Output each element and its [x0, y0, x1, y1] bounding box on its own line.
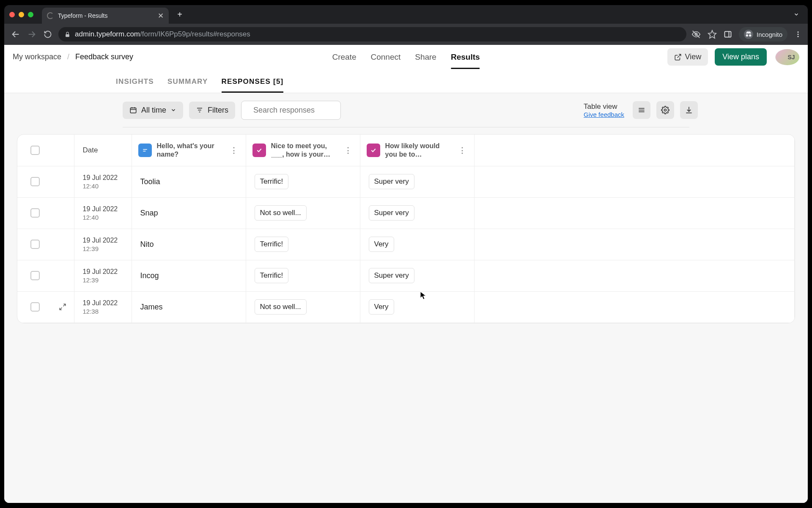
browser-tab[interactable]: Typeform - Results ✕: [42, 8, 169, 24]
cell-name: James: [132, 291, 246, 323]
column-menu-icon[interactable]: ⋮: [457, 146, 468, 155]
row-checkbox[interactable]: [30, 240, 40, 249]
cell-q3: Super very: [360, 197, 474, 229]
appbar-actions: View View plans SJ: [667, 48, 799, 66]
responses-toolbar: All time Filters Table view: [4, 93, 808, 127]
search-responses[interactable]: [241, 101, 341, 120]
tab-close-icon[interactable]: ✕: [158, 11, 164, 20]
timerange-label: All time: [141, 106, 166, 115]
main-nav: Create Connect Share Results: [332, 45, 480, 69]
row-checkbox[interactable]: [30, 208, 40, 218]
give-feedback-link[interactable]: Give feedback: [584, 111, 624, 118]
column-header-q1[interactable]: Hello, what's your name? ⋮: [132, 135, 246, 166]
view-mode-list-button[interactable]: [633, 101, 650, 119]
cell-q3: Super very: [360, 166, 474, 197]
filters-button[interactable]: Filters: [189, 102, 235, 119]
choice-question-icon: [367, 144, 380, 157]
cell-q2: Terrific!: [246, 229, 360, 260]
table-row[interactable]: 19 Jul 2022 12:39 Incog Terrific! Super …: [17, 260, 795, 291]
nav-connect[interactable]: Connect: [370, 45, 401, 69]
cell-q2: Not so well...: [246, 291, 360, 323]
svg-point-12: [798, 36, 799, 37]
loading-spinner-icon: [47, 12, 54, 19]
column-header-q2[interactable]: Nice to meet you, ___, how is your da...…: [246, 135, 360, 166]
new-tab-button[interactable]: +: [174, 8, 186, 20]
select-all-checkbox[interactable]: [30, 146, 40, 155]
column-menu-icon[interactable]: ⋮: [228, 146, 239, 155]
results-subtabs: INSIGHTS SUMMARY RESPONSES [5]: [4, 69, 808, 93]
svg-point-10: [798, 31, 799, 33]
breadcrumb-separator: /: [67, 52, 69, 61]
row-checkbox[interactable]: [30, 302, 40, 312]
window-minimize[interactable]: [19, 12, 24, 17]
nav-create[interactable]: Create: [332, 45, 356, 69]
cell-date: 19 Jul 2022 12:40: [74, 197, 132, 229]
nav-share[interactable]: Share: [415, 45, 436, 69]
address-bar[interactable]: admin.typeform.com/form/IK6Pp59p/results…: [58, 27, 686, 41]
table-view-block: Table view Give feedback: [584, 102, 624, 118]
user-avatar[interactable]: SJ: [775, 49, 799, 65]
incognito-icon: [744, 30, 753, 39]
choice-question-icon: [252, 144, 266, 157]
cell-q2: Not so well...: [246, 197, 360, 229]
svg-rect-2: [66, 34, 69, 36]
column-header-q3[interactable]: How likely would you be to recommend... …: [360, 135, 474, 166]
tab-overflow-icon[interactable]: [793, 11, 799, 17]
row-select-cell: [17, 197, 74, 229]
cell-date: 19 Jul 2022 12:38: [74, 291, 132, 323]
column-menu-icon[interactable]: ⋮: [343, 146, 354, 155]
incognito-indicator[interactable]: Incognito: [739, 27, 787, 41]
nav-back-button[interactable]: [10, 30, 21, 39]
row-checkbox[interactable]: [30, 177, 40, 186]
subtab-insights[interactable]: INSIGHTS: [116, 77, 154, 93]
page-body: All time Filters Table view: [4, 93, 808, 503]
tab-title: Typeform - Results: [58, 12, 154, 19]
timerange-dropdown[interactable]: All time: [123, 102, 183, 119]
table-row[interactable]: 19 Jul 2022 12:38 James Not so well... V…: [17, 291, 795, 323]
tracking-protection-icon[interactable]: [691, 30, 701, 39]
table-settings-button[interactable]: [656, 101, 674, 119]
breadcrumb-current: Feedback survey: [75, 52, 133, 61]
nav-forward-button[interactable]: [26, 30, 37, 39]
svg-line-38: [63, 304, 65, 306]
table-row[interactable]: 19 Jul 2022 12:40 Toolia Terrific! Super…: [17, 166, 795, 197]
header-select-all: [17, 135, 74, 166]
subtab-responses[interactable]: RESPONSES [5]: [222, 77, 284, 93]
cell-empty: [474, 229, 795, 260]
cell-empty: [474, 291, 795, 323]
download-button[interactable]: [680, 101, 698, 119]
subtab-summary[interactable]: SUMMARY: [167, 77, 208, 93]
breadcrumb-workspace[interactable]: My workspace: [13, 52, 61, 61]
incognito-label: Incognito: [757, 31, 782, 38]
chevron-down-icon: [170, 107, 176, 113]
column-header-empty: [474, 135, 795, 166]
table-row[interactable]: 19 Jul 2022 12:39 Nito Terrific! Very: [17, 229, 795, 260]
bookmark-star-icon[interactable]: [708, 30, 717, 39]
column-header-date[interactable]: Date: [74, 135, 132, 166]
view-form-button[interactable]: View: [667, 48, 708, 66]
table-row[interactable]: 19 Jul 2022 12:40 Snap Not so well... Su…: [17, 197, 795, 229]
browser-menu-icon[interactable]: [794, 30, 802, 38]
cell-q2: Terrific!: [246, 166, 360, 197]
browser-tabstrip: Typeform - Results ✕ +: [4, 5, 808, 24]
nav-results[interactable]: Results: [451, 45, 480, 69]
view-plans-button[interactable]: View plans: [715, 48, 767, 66]
window-close[interactable]: [9, 12, 15, 17]
svg-marker-5: [708, 30, 716, 38]
browser-right-icons: Incognito: [691, 27, 802, 41]
side-panel-icon[interactable]: [724, 30, 732, 39]
external-link-icon: [674, 53, 682, 61]
svg-point-26: [664, 109, 667, 111]
row-select-cell: [17, 229, 74, 260]
cell-name: Incog: [132, 260, 246, 291]
expand-row-icon[interactable]: [58, 302, 67, 312]
toolbar-right: Table view Give feedback: [584, 101, 698, 119]
search-input[interactable]: [252, 105, 352, 115]
row-select-cell: [17, 291, 74, 323]
text-question-icon: [138, 144, 152, 157]
svg-rect-6: [725, 31, 731, 37]
row-checkbox[interactable]: [30, 271, 40, 280]
browser-window: Typeform - Results ✕ + admi: [4, 5, 808, 503]
window-maximize[interactable]: [28, 12, 33, 17]
nav-reload-button[interactable]: [42, 30, 53, 39]
